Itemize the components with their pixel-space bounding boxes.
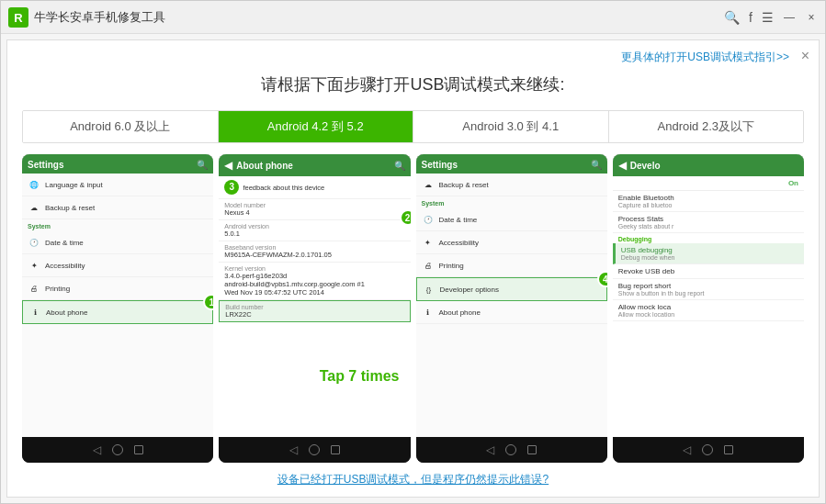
s1-search: 🔍 (197, 160, 208, 170)
s3-header: Settings 🔍 (416, 154, 607, 174)
access-icon-3: ✦ (422, 236, 435, 249)
screen1: Settings 🔍 🌐 Language & input ☁ Backup &… (22, 154, 213, 437)
minimize-button[interactable]: — (783, 11, 796, 24)
screen4: ◀ Develo On Enable Bluetooth Capture all… (613, 154, 804, 437)
s1-item-access: ✦ Accessibility (22, 254, 213, 277)
print-icon-3: 🖨 (422, 259, 435, 272)
clock-icon: 🕐 (28, 236, 40, 249)
back-nav-4: ◁ (683, 443, 691, 456)
phones-row: Settings 🔍 🌐 Language & input ☁ Backup &… (22, 154, 804, 463)
s4-mock-loc: Allow mock loca Allow mock location (613, 300, 804, 321)
back-nav-3: ◁ (486, 443, 494, 456)
bottom-link[interactable]: 设备已经打开USB调试模式，但是程序仍然提示此错误? (7, 463, 819, 497)
dev-icon: {} (423, 283, 436, 296)
s4-debug-label: Debugging (613, 233, 804, 243)
s2-build: Build number LRX22C (219, 300, 410, 322)
s3-section-system: System (416, 196, 607, 208)
s4-bug-report: Bug report short Show a button in th bug… (613, 279, 804, 300)
info-icon-3: ℹ (422, 306, 435, 319)
badge-1: 1 (203, 294, 213, 310)
phone-nav-3: ◁ (416, 437, 607, 463)
s4-on-label: On (788, 179, 798, 187)
recent-nav-2 (331, 445, 340, 454)
s1-title: Settings (28, 160, 63, 170)
back-nav-1: ◁ (93, 443, 101, 456)
accessibility-icon: ✦ (28, 259, 40, 272)
s1-item-date: 🕐 Date & time (22, 231, 213, 254)
s4-process: Process Stats Geeky stats about r (613, 212, 804, 233)
s1-section-system: System (22, 219, 213, 231)
s3-item-access: ✦ Accessibility (416, 231, 607, 254)
s2-header: ◀ About phone 🔍 (219, 154, 410, 176)
recent-nav-3 (527, 445, 537, 454)
s1-item-backup: ☁ Backup & reset (22, 196, 213, 219)
s4-bluetooth: Enable Bluetooth Capture all bluetoo (613, 191, 804, 212)
s2-search: 🔍 (394, 161, 405, 171)
s1-item-print: 🖨 Printing (22, 277, 213, 300)
badge-4: 4 (597, 271, 607, 287)
s3-item-date: 🕐 Date & time (416, 208, 607, 231)
info-icon: ℹ (28, 306, 41, 319)
facebook-icon[interactable]: f (749, 10, 752, 25)
s2-baseband: Baseband version M9615A-CEFWMAZM-2.0.170… (219, 241, 410, 263)
s1-item-about: ℹ About phone 1 (22, 300, 213, 324)
app-window: R 牛学长安卓手机修复工具 🔍 f ☰ — × × 更具体的打开USB调试模式指… (0, 0, 826, 504)
tab-android6[interactable]: Android 6.0 及以上 (23, 111, 219, 142)
clock-icon-3: 🕐 (422, 213, 435, 226)
home-nav-2 (309, 444, 320, 455)
phone-card-2: ◀ About phone 🔍 3 feedback about this de… (219, 154, 410, 463)
recent-nav-1 (134, 445, 143, 454)
s2-title: About phone (236, 161, 293, 171)
menu-icon[interactable]: ☰ (762, 10, 774, 25)
recent-nav-4 (724, 445, 733, 454)
s3-item-dev: {} Developer options 4 (416, 277, 607, 301)
phone-card-3: Settings 🔍 ☁ Backup & reset System 🕐 Dat… (416, 154, 607, 463)
top-link[interactable]: 更具体的打开USB调试模式指引>> (621, 50, 789, 65)
screen2: ◀ About phone 🔍 3 feedback about this de… (219, 154, 410, 437)
phone-card-1: Settings 🔍 🌐 Language & input ☁ Backup &… (22, 154, 213, 463)
s4-title: Develo (630, 161, 661, 171)
s4-usb-debug: USB debugging Debug mode when (613, 243, 804, 264)
s4-on-row: On (613, 176, 804, 191)
s1-item-language: 🌐 Language & input (22, 174, 213, 196)
back-arrow-4: ◀ (618, 159, 627, 172)
app-logo: R (8, 7, 28, 28)
print-icon: 🖨 (28, 282, 40, 295)
close-button[interactable]: × (805, 11, 818, 24)
phone-nav-4: ◁ (613, 437, 804, 463)
title-bar: R 牛学长安卓手机修复工具 🔍 f ☰ — × (1, 1, 825, 34)
tab-android42[interactable]: Android 4.2 到 5.2 (219, 111, 414, 142)
dialog-close-button[interactable]: × (801, 48, 809, 64)
back-nav-2: ◁ (289, 443, 298, 456)
dialog-content: × 更具体的打开USB调试模式指引>> 请根据下面步骤打开USB调试模式来继续:… (6, 39, 820, 498)
s3-item-print: 🖨 Printing (416, 254, 607, 277)
s2-model: Model number Nexus 4 (219, 199, 410, 220)
phone-nav-1: ◁ (22, 437, 213, 463)
s3-item-backup: ☁ Backup & reset (416, 174, 607, 196)
title-bar-controls: 🔍 f ☰ — × (724, 10, 818, 25)
language-icon: 🌐 (28, 178, 40, 191)
tabs-row: Android 6.0 及以上 Android 4.2 到 5.2 Androi… (22, 110, 804, 143)
s4-header: ◀ Develo (613, 154, 804, 176)
phone-card-4: ◀ Develo On Enable Bluetooth Capture all… (613, 154, 804, 463)
backup-icon-3: ☁ (422, 178, 435, 191)
home-nav-4 (702, 444, 713, 455)
tab-android30[interactable]: Android 3.0 到 4.1 (413, 111, 609, 142)
s3-item-about: ℹ About phone (416, 301, 607, 324)
home-nav-3 (505, 444, 516, 455)
svg-text:R: R (14, 11, 23, 25)
app-title: 牛学长安卓手机修复工具 (34, 9, 724, 26)
back-arrow-2: ◀ (224, 159, 232, 172)
phone-nav-2: ◁ (219, 437, 410, 463)
s2-feedback: 3 feedback about this device (219, 176, 410, 199)
s2-kernel: Kernel version 3.4.0-perf-g16e203dandroi… (219, 263, 410, 300)
s2-android-ver: Android version 5.0.1 (219, 220, 410, 241)
s4-revoke: Revoke USB deb (613, 264, 804, 279)
screen3: Settings 🔍 ☁ Backup & reset System 🕐 Dat… (416, 154, 607, 437)
home-nav-1 (112, 444, 123, 455)
tap-7-times-label: Tap 7 times (316, 366, 403, 386)
tab-android23[interactable]: Android 2.3及以下 (609, 111, 804, 142)
search-icon[interactable]: 🔍 (724, 10, 740, 25)
backup-icon: ☁ (28, 201, 40, 214)
